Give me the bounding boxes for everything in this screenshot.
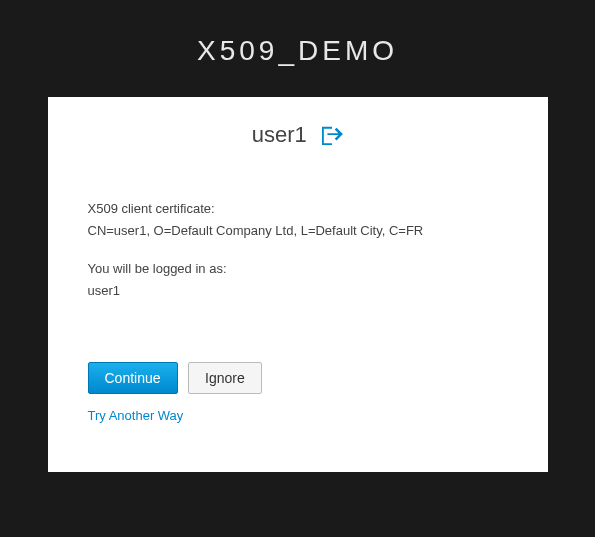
login-card: user1 X509 client certificate: CN=user1,…: [48, 97, 548, 472]
certificate-label: X509 client certificate:: [88, 198, 508, 220]
user-header: user1: [88, 122, 508, 148]
ignore-button[interactable]: Ignore: [188, 362, 262, 394]
try-another-way-link[interactable]: Try Another Way: [88, 408, 184, 423]
login-as-value: user1: [88, 280, 508, 302]
continue-button[interactable]: Continue: [88, 362, 178, 394]
login-as-label: You will be logged in as:: [88, 258, 508, 280]
logged-in-username: user1: [252, 122, 307, 147]
certificate-info: X509 client certificate: CN=user1, O=Def…: [88, 198, 508, 242]
button-row: Continue Ignore: [88, 362, 508, 394]
certificate-dn: CN=user1, O=Default Company Ltd, L=Defau…: [88, 220, 508, 242]
login-as-info: You will be logged in as: user1: [88, 258, 508, 302]
sign-out-icon[interactable]: [321, 125, 343, 149]
realm-title: X509_DEMO: [0, 0, 595, 97]
